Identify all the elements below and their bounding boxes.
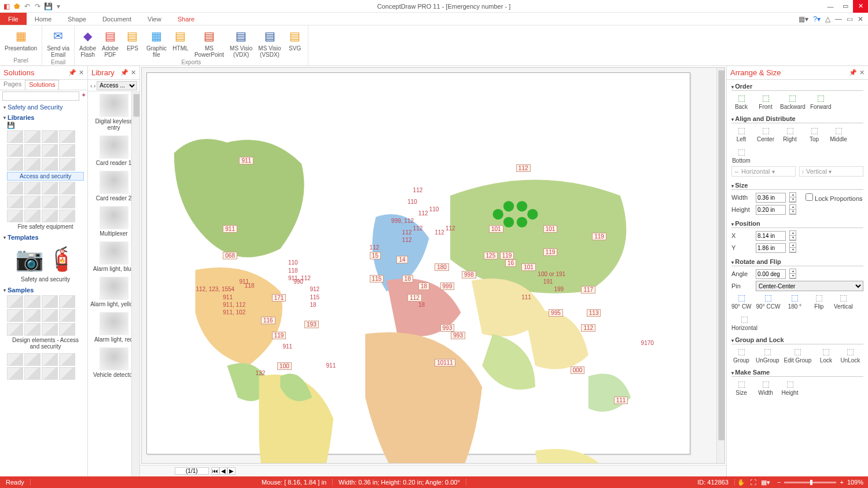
map-label[interactable]: 18 <box>310 302 316 308</box>
thumb[interactable] <box>24 210 41 222</box>
page-prev-icon[interactable]: ◀ <box>219 467 227 475</box>
thumb[interactable] <box>42 309 58 322</box>
canvas[interactable]: 9119110681514115181801899999811218101101… <box>141 67 725 464</box>
arrange-button[interactable]: ⬚Horizontal <box>731 314 757 331</box>
map-label[interactable]: 191 <box>543 278 553 285</box>
arrange-button[interactable]: ⬚180 ° <box>785 293 804 310</box>
tab-share[interactable]: Share <box>170 13 203 25</box>
page-next-icon[interactable]: ▶ <box>227 467 236 475</box>
map-label[interactable]: 115 <box>310 294 319 300</box>
map-label[interactable]: 112 <box>413 225 423 232</box>
map-label[interactable]: 101 <box>521 263 536 271</box>
map-label[interactable]: 112 <box>407 294 422 302</box>
ribbon-button[interactable]: ▤HTML <box>170 27 191 59</box>
spinner[interactable]: ▴▾ <box>789 230 796 241</box>
thumb[interactable] <box>7 295 23 308</box>
map-label[interactable]: 999 <box>440 282 455 290</box>
map-label[interactable]: 112 <box>402 237 412 243</box>
pin-icon[interactable]: 📌 <box>120 69 128 76</box>
thumb[interactable] <box>7 323 23 336</box>
map-label[interactable]: 100 or 191 <box>538 271 565 277</box>
ribbon-button[interactable]: ▤MSPowerPoint <box>192 27 226 59</box>
fit-icon[interactable]: ⛶ <box>748 479 759 486</box>
map-label[interactable]: 10111 <box>435 359 455 366</box>
arrange-button[interactable]: ⬚Forward <box>810 93 832 110</box>
thumb[interactable] <box>24 130 41 143</box>
close-icon[interactable]: ✕ <box>859 69 865 76</box>
thumb[interactable] <box>24 295 41 308</box>
map-label[interactable]: 15 <box>370 252 381 259</box>
arrange-button[interactable]: ⬚90° CW <box>731 293 752 310</box>
save-icon[interactable]: 💾 <box>44 2 52 10</box>
map-label[interactable]: 117 <box>581 286 595 293</box>
zoom-slider[interactable] <box>784 482 836 483</box>
ribbon-button[interactable]: ▦Presentation <box>2 27 39 57</box>
thumb[interactable] <box>7 158 23 171</box>
dropdown-icon[interactable]: ▾ <box>54 2 62 10</box>
map-label[interactable]: 995 <box>549 309 563 317</box>
angle-input[interactable] <box>756 269 786 279</box>
arrange-button[interactable]: ⬚Center <box>756 126 775 142</box>
thumb[interactable] <box>24 182 41 195</box>
ribbon-button[interactable]: ✉Send viaEmail <box>45 27 72 59</box>
map-label[interactable]: 112, 123, 1554 <box>196 286 234 292</box>
arrange-button[interactable]: ⬚Bottom <box>731 147 751 164</box>
arrange-button[interactable]: ⬚Front <box>756 93 775 110</box>
zoom-in-icon[interactable]: + <box>840 479 843 486</box>
map-label[interactable]: 125 <box>484 252 498 259</box>
map-label[interactable]: 912 <box>310 286 319 292</box>
map-label[interactable]: 119 <box>500 252 514 259</box>
thumb[interactable] <box>24 353 41 366</box>
thumb[interactable] <box>59 210 75 222</box>
map-label[interactable]: 911 <box>283 343 293 350</box>
map-label[interactable]: 911 <box>223 225 237 233</box>
library-select[interactable]: Access ... <box>97 81 137 90</box>
arrange-button[interactable]: ⬚Right <box>780 126 800 142</box>
map-label[interactable]: 180 <box>435 263 449 271</box>
thumb[interactable] <box>7 196 23 208</box>
ribbon-button[interactable]: ▤MS Visio(VSDX) <box>256 27 283 59</box>
thumb[interactable] <box>59 158 75 171</box>
ribbon-button[interactable]: ▤SVG <box>285 27 306 59</box>
thumb[interactable] <box>42 144 58 157</box>
map-label[interactable]: 911, 112 <box>288 275 311 281</box>
arrange-button[interactable]: ⬚Back <box>731 93 751 110</box>
map-label[interactable]: 119 <box>543 248 558 256</box>
tree-root[interactable]: Safety and Security <box>3 103 84 111</box>
library-body[interactable]: Digital keyless entryCard reader 1Card r… <box>88 91 139 476</box>
arrange-button[interactable]: ⬚Height <box>780 379 800 396</box>
map-label[interactable]: 000 <box>571 366 585 374</box>
arrange-button[interactable]: ⬚Lock <box>816 347 836 364</box>
arrange-button[interactable]: ⬚Vertical <box>833 293 853 310</box>
distribute-horizontal[interactable]: ↔ Horizontal ▾ <box>731 166 796 177</box>
zoom-out-icon[interactable]: − <box>777 479 781 486</box>
ribbon-button[interactable]: ▦Graphicfile <box>144 27 169 59</box>
arrange-button[interactable]: ⬚Backward <box>780 93 806 110</box>
template-preview[interactable]: 📷🧯 <box>7 241 84 276</box>
sample-design[interactable]: Design elements - Access and security <box>7 337 84 350</box>
tab-shape[interactable]: Shape <box>60 13 94 25</box>
close-icon[interactable]: ✕ <box>131 69 136 76</box>
mdi-restore-icon[interactable]: ▭ <box>847 15 853 23</box>
spinner[interactable]: ▴▾ <box>789 243 796 253</box>
grid-icon[interactable]: ▦▾ <box>799 15 808 23</box>
width-input[interactable] <box>756 193 786 203</box>
map-label[interactable]: 199 <box>554 286 564 292</box>
map-label[interactable]: 911 <box>239 157 253 164</box>
redo-icon[interactable]: ↷ <box>34 2 42 10</box>
map-label[interactable]: 18 <box>418 302 425 308</box>
map-label[interactable]: 193 <box>304 321 319 328</box>
spinner[interactable]: ▴▾ <box>789 269 796 279</box>
page-first-icon[interactable]: ⏮ <box>211 467 219 475</box>
arrange-button[interactable]: ⬚Group <box>731 347 751 364</box>
y-input[interactable] <box>756 243 786 253</box>
thumb[interactable] <box>7 353 23 366</box>
map-label[interactable]: 18 <box>418 282 429 290</box>
map-label[interactable]: 911, 112 <box>223 302 245 308</box>
thumb[interactable] <box>59 130 75 143</box>
map-label[interactable]: 14 <box>396 256 407 263</box>
spinner[interactable]: ▴▾ <box>789 192 796 203</box>
map-label[interactable]: 112 <box>413 187 423 193</box>
undo-icon[interactable]: ↶ <box>23 2 31 10</box>
x-input[interactable] <box>756 231 786 241</box>
